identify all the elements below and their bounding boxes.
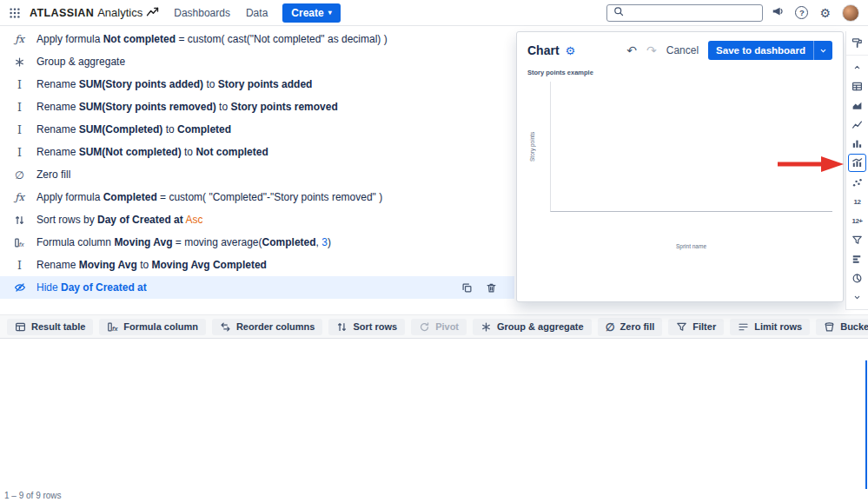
single-value-plus-viz-icon[interactable]: 12+ — [846, 211, 868, 230]
toolbar-label: Filter — [692, 321, 716, 332]
scroll-up-icon[interactable] — [846, 57, 868, 76]
sort-rows-icon — [336, 321, 348, 333]
nav-dashboards[interactable]: Dashboards — [168, 3, 236, 23]
step-text: Rename SUM(Story points added) to Story … — [36, 78, 312, 90]
chart-settings-gear-icon[interactable]: ⚙ — [566, 45, 576, 56]
brand-product: Analytics — [97, 6, 142, 19]
undo-icon[interactable]: ↶ — [626, 44, 637, 56]
svg-text:fx: fx — [19, 240, 24, 248]
delete-step-button[interactable] — [486, 282, 497, 294]
hide-icon — [12, 281, 27, 294]
create-label: Create — [291, 7, 323, 19]
scatter-viz-icon[interactable] — [846, 173, 868, 192]
limit-rows-button[interactable]: Limit rows — [730, 319, 810, 335]
save-to-dashboard-button[interactable]: Save to dashboard — [708, 41, 813, 60]
query-step[interactable]: Group & aggregate — [0, 50, 514, 73]
result-table-icon — [15, 321, 26, 333]
query-step[interactable]: ƒxApply formula Not completed = custom( … — [0, 28, 514, 50]
rename-icon: I — [12, 123, 27, 136]
chart-panel-title: Chart — [527, 43, 560, 57]
funnel-viz-icon[interactable] — [846, 230, 868, 249]
query-step[interactable]: ∅Zero fill — [0, 163, 514, 186]
query-step[interactable]: IRename SUM(Not completed) to Not comple… — [0, 141, 514, 163]
query-step[interactable]: ƒxApply formula Completed = custom( "Com… — [0, 186, 514, 208]
single-value-viz-icon[interactable]: 12 — [846, 192, 868, 211]
sort-rows-button[interactable]: Sort rows — [328, 319, 405, 335]
save-to-dashboard-split-button: Save to dashboard — [708, 41, 832, 60]
toolbar-label: Bucket data — [840, 321, 868, 332]
area-chart-viz-icon[interactable] — [846, 96, 868, 115]
plot-row: Story points — [527, 82, 832, 212]
step-text: Apply formula Not completed = custom( ca… — [36, 33, 388, 45]
save-options-chevron-icon[interactable] — [813, 41, 832, 60]
group-aggregate-button[interactable]: Group & aggregate — [473, 319, 592, 335]
main-nav: Dashboards Data — [168, 3, 274, 23]
line-chart-viz-icon[interactable] — [846, 115, 868, 134]
chart-doodle-icon — [146, 7, 159, 19]
filter-icon — [676, 321, 687, 333]
app-switcher-icon[interactable] — [9, 7, 21, 19]
step-text: Sort rows by Day of Created at Asc — [36, 214, 202, 226]
megaphone-icon[interactable] — [772, 5, 784, 20]
search-input[interactable] — [629, 7, 756, 19]
visualization-type-rail: 1212+ — [845, 31, 868, 310]
chart-header-actions: ↶ ↷ Cancel Save to dashboard — [626, 41, 832, 60]
copy-step-button[interactable] — [461, 282, 473, 294]
bucket-data-icon — [824, 321, 835, 333]
chevron-down-icon: ▾ — [328, 9, 332, 17]
reorder-columns-icon — [220, 321, 231, 333]
rename-icon: I — [12, 101, 27, 114]
y-axis-label: Story points — [527, 82, 536, 212]
limit-rows-icon — [738, 321, 749, 333]
annotation-arrow-icon — [776, 154, 845, 175]
avatar[interactable] — [842, 4, 859, 22]
bucket-data-button[interactable]: Bucket data — [816, 319, 868, 335]
rename-icon: I — [12, 146, 27, 159]
nav-icons: ? ⚙ — [772, 4, 859, 22]
donut-viz-icon[interactable] — [846, 268, 868, 287]
formula-column-button[interactable]: fxFormula column — [99, 319, 206, 335]
new-column-indicator — [865, 360, 867, 489]
query-step[interactable]: IRename SUM(Story points removed) to Sto… — [0, 96, 514, 118]
combo-chart-viz-icon[interactable] — [848, 154, 866, 172]
bar-chart-viz-icon[interactable] — [846, 249, 868, 268]
group-aggregate-icon — [12, 56, 27, 68]
query-step[interactable]: fxFormula column Moving Avg = moving ave… — [0, 231, 514, 254]
toolbar-label: Zero fill — [620, 321, 655, 332]
query-step[interactable]: Hide Day of Created at — [0, 276, 514, 299]
toolbar-label: Pivot — [435, 321, 459, 332]
atlassian-analytics-app: ATLASSIAN Analytics Dashboards Data Crea… — [0, 0, 868, 502]
query-step[interactable]: IRename SUM(Story points added) to Story… — [0, 73, 514, 96]
filter-button[interactable]: Filter — [668, 319, 724, 335]
step-text: Rename SUM(Not completed) to Not complet… — [36, 146, 268, 158]
help-icon[interactable]: ? — [795, 6, 808, 19]
zero-fill-button[interactable]: ∅Zero fill — [598, 318, 663, 336]
query-step[interactable]: Sort rows by Day of Created at Asc — [0, 208, 514, 231]
table-viz-icon[interactable] — [846, 76, 868, 96]
formula-column-icon: fx — [107, 321, 118, 333]
search-icon — [613, 6, 624, 19]
search-box[interactable] — [606, 4, 763, 22]
chart-title: Story points example — [527, 69, 593, 76]
create-button[interactable]: Create ▾ — [282, 3, 340, 23]
reorder-columns-button[interactable]: Reorder columns — [212, 319, 322, 335]
brand-logo[interactable]: ATLASSIAN Analytics — [30, 6, 159, 19]
chart-plot-area — [550, 82, 832, 212]
chart-style-icon[interactable] — [846, 34, 868, 56]
result-table-button[interactable]: Result table — [7, 319, 93, 335]
scroll-down-icon[interactable] — [846, 287, 868, 307]
settings-gear-icon[interactable]: ⚙ — [819, 7, 831, 19]
group-aggregate-icon — [480, 321, 492, 333]
nav-data[interactable]: Data — [240, 3, 274, 23]
query-step[interactable]: IRename SUM(Completed) to Completed — [0, 118, 514, 141]
rename-icon: I — [12, 78, 27, 91]
cancel-button[interactable]: Cancel — [666, 44, 699, 56]
column-chart-viz-icon[interactable] — [846, 134, 868, 153]
chart-panel-header: Chart ⚙ ↶ ↷ Cancel Save to dashboard — [517, 32, 843, 65]
step-text: Rename SUM(Story points removed) to Stor… — [36, 101, 338, 113]
query-step[interactable]: IRename Moving Avg to Moving Avg Complet… — [0, 254, 514, 276]
toolbar-label: Reorder columns — [236, 321, 315, 332]
zero-fill-icon: ∅ — [606, 320, 615, 334]
y-axis-ticks — [536, 82, 550, 212]
step-text: Apply formula Completed = custom( "Compl… — [36, 191, 382, 203]
